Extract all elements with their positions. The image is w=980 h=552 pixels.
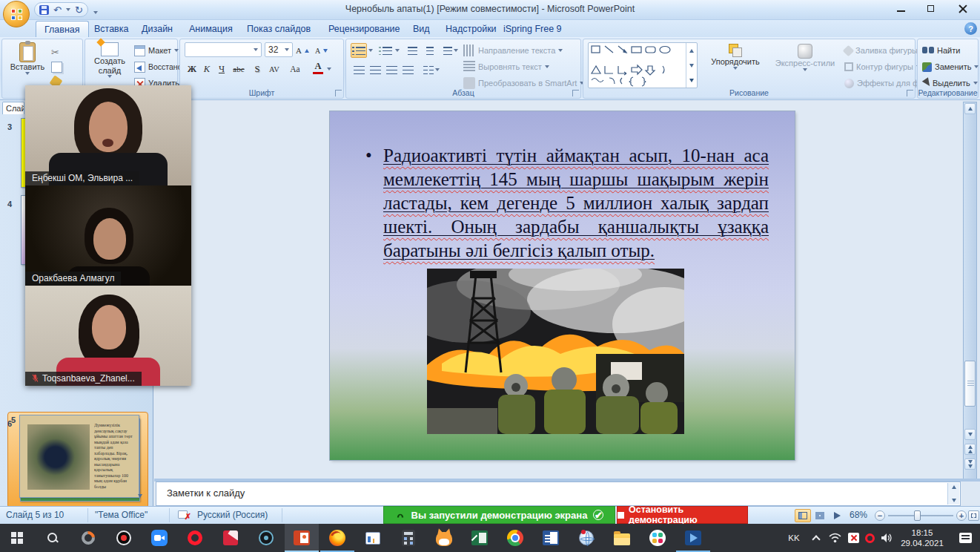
taskbar-zoom-app[interactable] — [142, 524, 176, 552]
taskbar-opera-app[interactable] — [178, 524, 212, 552]
font-color-dropdown-icon[interactable] — [327, 68, 331, 70]
decrease-indent-button[interactable] — [404, 43, 420, 58]
cut-button[interactable]: ✂ — [51, 45, 59, 59]
tab-review[interactable]: Рецензирование — [320, 21, 408, 37]
taskbar-globe-app[interactable] — [569, 524, 603, 552]
bullets-dropdown-icon[interactable] — [368, 49, 373, 52]
tab-design[interactable]: Дизайн — [133, 21, 181, 37]
scrollbar-thumb[interactable] — [964, 361, 976, 407]
panel-scroll-down-icon[interactable] — [138, 494, 142, 498]
tray-show-hidden-icons[interactable] — [807, 524, 826, 552]
numbering-button[interactable] — [377, 43, 394, 58]
zoom-slider-track[interactable] — [888, 515, 953, 516]
taskbar-movies-app[interactable] — [676, 524, 710, 552]
tray-volume[interactable] — [876, 524, 897, 552]
paste-button[interactable]: Вставить — [8, 42, 47, 75]
taskbar-red-app[interactable] — [213, 524, 248, 552]
tab-view[interactable]: Вид — [405, 21, 438, 37]
italic-button[interactable]: К — [199, 62, 214, 76]
align-left-button[interactable] — [351, 62, 367, 77]
tab-addins[interactable]: Надстройки — [437, 21, 505, 37]
change-case-button[interactable]: Aa — [285, 62, 305, 76]
slide-photo[interactable] — [427, 269, 684, 434]
undo-dropdown-icon[interactable] — [66, 8, 70, 11]
fit-to-window-button[interactable] — [968, 510, 979, 521]
layout-button[interactable]: Макет — [134, 44, 179, 57]
replace-button[interactable]: Заменить — [922, 60, 979, 73]
spellcheck-icon[interactable]: ✗ — [178, 509, 191, 521]
taskbar-explorer-app[interactable] — [605, 524, 639, 552]
zoom-out-button[interactable]: − — [875, 510, 885, 521]
shape-fill-button[interactable]: Заливка фигуры — [844, 44, 925, 57]
theme-name[interactable]: "Тема Office" — [95, 510, 148, 520]
taskbar-presentation-app[interactable] — [356, 524, 390, 552]
slide-body-text[interactable]: • Радиоактивті түтін аймақтан асып, 10-н… — [362, 144, 769, 263]
redo-button[interactable]: ↻ — [75, 5, 83, 15]
font-name-combo[interactable] — [185, 42, 262, 57]
tab-animation[interactable]: Анимация — [181, 21, 241, 37]
tab-slideshow[interactable]: Показ слайдов — [239, 21, 319, 37]
office-button[interactable] — [3, 1, 30, 27]
taskbar-chrome-app[interactable] — [498, 524, 532, 552]
text-direction-button[interactable]: Направление текста — [463, 44, 563, 57]
qat-customize-button[interactable] — [93, 6, 102, 15]
font-size-combo[interactable]: 32 — [265, 42, 293, 57]
tab-insert[interactable]: Вставка — [86, 21, 136, 37]
shrink-font-button[interactable]: А — [315, 44, 328, 57]
restore-button[interactable] — [919, 0, 941, 16]
tab-ispring[interactable]: iSpring Free 9 — [495, 21, 570, 37]
participant-video-2[interactable]: Оракбаева Алмагул — [25, 185, 191, 286]
language-indicator[interactable]: Русский (Россия) — [197, 510, 268, 520]
shapes-gallery[interactable] — [588, 42, 698, 88]
taskbar-powerpoint-app[interactable] — [285, 524, 319, 552]
align-center-button[interactable] — [367, 62, 383, 77]
taskbar-record-app[interactable] — [107, 524, 141, 552]
shadow-button[interactable]: S — [250, 62, 265, 76]
tray-clock[interactable]: 18:1529.04.2021 — [898, 524, 946, 552]
quick-styles-button[interactable]: Экспресс-стили — [770, 44, 840, 71]
line-spacing-button[interactable] — [443, 43, 459, 58]
zoom-slider-thumb[interactable] — [914, 510, 921, 521]
drawing-dialog-launcher[interactable] — [907, 90, 913, 96]
minimize-button[interactable] — [890, 0, 912, 16]
save-icon[interactable] — [39, 5, 49, 15]
numbering-dropdown-icon[interactable] — [395, 49, 400, 52]
zoom-in-button[interactable]: + — [956, 510, 967, 521]
align-text-button[interactable]: Выровнять текст — [463, 60, 549, 73]
notes-pane[interactable]: Заметки к слайду — [156, 482, 961, 506]
align-right-button[interactable] — [383, 62, 400, 77]
tab-home[interactable]: Главная — [36, 21, 89, 37]
columns-button[interactable] — [420, 62, 443, 77]
taskbar-calculator-app[interactable] — [391, 524, 426, 552]
justify-button[interactable] — [400, 62, 416, 77]
underline-button[interactable]: Ч — [214, 62, 229, 76]
scroll-up-button[interactable] — [964, 103, 976, 114]
paragraph-dialog-launcher[interactable] — [572, 90, 579, 96]
taskbar-dot-app[interactable] — [249, 524, 283, 552]
increase-indent-button[interactable] — [422, 43, 438, 58]
taskbar-scratch-app[interactable] — [427, 524, 461, 552]
bullets-button[interactable] — [351, 43, 367, 58]
shapes-gallery-scrollbar[interactable] — [686, 43, 697, 88]
stop-share-button[interactable]: Остановить демонстрацию — [617, 506, 748, 524]
font-dialog-launcher[interactable] — [335, 90, 342, 96]
start-button[interactable] — [0, 524, 34, 552]
zoom-video-overlay[interactable]: Еңбекші ОМ, Эльвира ... Оракбаева Алмагу… — [25, 85, 191, 386]
close-button[interactable] — [952, 0, 974, 16]
taskbar-search-button[interactable] — [36, 524, 70, 552]
find-button[interactable]: Найти — [922, 44, 960, 57]
slide-sorter-button[interactable] — [812, 509, 828, 522]
taskbar-excel-app[interactable] — [463, 524, 497, 552]
tray-language[interactable]: KK — [783, 524, 805, 552]
scroll-down-button[interactable] — [964, 429, 976, 440]
grow-font-button[interactable]: А — [296, 44, 309, 57]
copy-button[interactable] — [51, 60, 62, 73]
shape-outline-button[interactable]: Контур фигуры — [844, 60, 921, 73]
new-slide-button[interactable]: Создать слайд — [88, 42, 131, 78]
zoom-percent[interactable]: 68% — [850, 510, 867, 520]
help-button[interactable]: ? — [964, 22, 977, 35]
participant-video-3[interactable]: Toqsanbaeva_Zhanel... — [25, 286, 191, 386]
taskbar-recorder-app[interactable] — [71, 524, 105, 552]
slide-canvas[interactable]: • Радиоактивті түтін аймақтан асып, 10-н… — [330, 111, 795, 460]
undo-button[interactable]: ↶ — [53, 5, 62, 15]
